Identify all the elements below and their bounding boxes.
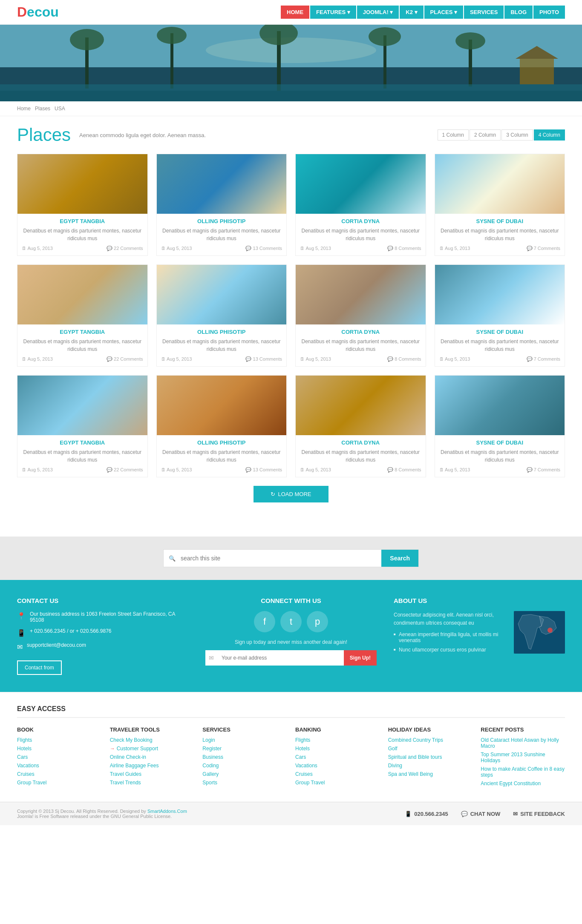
footer-phone[interactable]: 📱 020.566.2345 [405,811,448,817]
nav-photo[interactable]: PHOTO [533,6,565,19]
nav-places[interactable]: PLACES ▾ [424,6,463,19]
card-title[interactable]: CORTIA DYNA [300,329,421,335]
card-comments[interactable]: 💬 22 Comments [107,356,143,362]
nav-features[interactable]: FEATURES ▾ [310,6,356,19]
card-title[interactable]: OLLING PHISOTIP [161,439,282,446]
col-3-button[interactable]: 3 Column [501,129,533,141]
logo[interactable]: Decou [17,4,59,20]
card-comments[interactable]: 💬 8 Comments [387,356,421,362]
card-image[interactable] [435,376,565,435]
easy-access-link[interactable]: Hotels [17,746,101,752]
easy-access-link[interactable]: Ancient Egypt Constitution [481,781,565,786]
nav-blog[interactable]: BLOG [504,6,533,19]
easy-access-link[interactable]: Group Travel [295,780,380,786]
card-comments[interactable]: 💬 22 Comments [107,467,143,473]
easy-access-link[interactable]: How to make Arabic Coffee in 8 easy step… [481,766,565,778]
card-comments[interactable]: 💬 13 Comments [245,356,282,362]
card-comments[interactable]: 💬 22 Comments [107,246,143,251]
search-input[interactable] [181,551,381,566]
easy-access-link[interactable]: Airline Baggage Fees [110,763,194,769]
easy-access-link[interactable]: Login [202,737,287,743]
card-image[interactable] [17,154,147,214]
smartaddons-link[interactable]: SmartAddons.Com [147,809,187,814]
card-image[interactable] [296,154,426,214]
easy-access-link[interactable]: Travel Trends [110,780,194,786]
easy-access-link[interactable]: Spa and Well Being [388,771,473,777]
card-title[interactable]: CORTIA DYNA [300,218,421,224]
easy-access-link[interactable]: Vacations [17,763,101,769]
nav-services[interactable]: SERVICES [464,6,504,19]
easy-access-link[interactable]: Sports [202,780,287,786]
easy-access-link[interactable]: Online Check-in [110,754,194,760]
card-image[interactable] [157,265,287,324]
easy-access-link[interactable]: Hotels [295,746,380,752]
card-comments[interactable]: 💬 13 Comments [245,467,282,473]
easy-access-link[interactable]: Register [202,746,287,752]
chat-now-button[interactable]: 💬 CHAT NOW [461,811,501,817]
search-button[interactable]: Search [381,550,418,567]
twitter-icon[interactable]: t [280,611,302,632]
card-title[interactable]: OLLING PHISOTIP [161,329,282,335]
card-image[interactable] [296,265,426,324]
easy-access-link[interactable]: → Customer Support [110,746,194,752]
facebook-icon[interactable]: f [254,611,275,632]
card-title[interactable]: SYSNE OF DUBAI [439,218,561,224]
easy-access-link[interactable]: Cars [17,754,101,760]
easy-access-link[interactable]: Spiritual and Bible tours [388,754,473,760]
card-image[interactable] [157,154,287,214]
card-comments[interactable]: 💬 7 Comments [527,356,560,362]
pinterest-icon[interactable]: p [307,611,328,632]
col-1-button[interactable]: 1 Column [438,129,469,141]
site-feedback-button[interactable]: ✉ SITE FEEDBACK [513,811,565,817]
card-title[interactable]: SYSNE OF DUBAI [439,329,561,335]
easy-access-link[interactable]: Flights [17,737,101,743]
easy-access-link[interactable]: Vacations [295,763,380,769]
card-image[interactable] [435,265,565,324]
load-more-button[interactable]: ↻ LOAD MORE [254,486,328,502]
easy-access-link[interactable]: Group Travel [17,780,101,786]
col-2-button[interactable]: 2 Column [470,129,501,141]
card-comments[interactable]: 💬 8 Comments [387,246,421,251]
email-input[interactable] [217,650,344,666]
nav-joomla[interactable]: JOOMLA! ▾ [357,6,399,19]
easy-access-link[interactable]: Cars [295,754,380,760]
signup-button[interactable]: Sign Up! [344,650,377,666]
card-comments[interactable]: 💬 13 Comments [245,246,282,251]
nav-k2[interactable]: K2 ▾ [400,6,423,19]
breadcrumb-home[interactable]: Home [17,106,31,112]
col-4-button[interactable]: 4 Column [534,129,565,141]
card-image[interactable] [435,154,565,214]
easy-access-link[interactable]: Combined Country Trips [388,737,473,743]
easy-access-link[interactable]: Golf [388,746,473,752]
card-title[interactable]: EGYPT TANGBIA [22,439,143,446]
easy-access-link[interactable]: Coding [202,763,287,769]
easy-access-link[interactable]: Top Summer 2013 Sunshine Holidays [481,752,565,763]
card-title[interactable]: CORTIA DYNA [300,439,421,446]
card-comments[interactable]: 💬 7 Comments [527,467,560,473]
card-desc: Denatibus et magnis dis parturient monte… [300,338,421,353]
nav-home[interactable]: HOME [281,6,309,19]
easy-access-link[interactable]: Cruises [295,771,380,777]
card-image[interactable] [296,376,426,435]
card-title[interactable]: SYSNE OF DUBAI [439,439,561,446]
easy-access-link[interactable]: Diving [388,763,473,769]
easy-access-link[interactable]: Old Cataract Hotel Aswan by Holly Macro [481,737,565,749]
easy-access-link[interactable]: Travel Guides [110,771,194,777]
card-comments[interactable]: 💬 7 Comments [527,246,560,251]
easy-access-link[interactable]: Flights [295,737,380,743]
easy-col-title: BANKING [295,726,380,733]
contact-button[interactable]: Contact from [17,660,62,675]
card-title[interactable]: EGYPT TANGBIA [22,218,143,224]
easy-access-grid: BOOK FlightsHotelsCarsVacationsCruisesGr… [17,726,565,789]
easy-access-link[interactable]: Check My Booking [110,737,194,743]
card-image[interactable] [17,265,147,324]
card-title[interactable]: OLLING PHISOTIP [161,218,282,224]
breadcrumb-plases[interactable]: Plases [35,106,50,112]
card-image[interactable] [157,376,287,435]
easy-access-link[interactable]: Gallery [202,771,287,777]
card-comments[interactable]: 💬 8 Comments [387,467,421,473]
easy-access-link[interactable]: Business [202,754,287,760]
easy-access-link[interactable]: Cruises [17,771,101,777]
card-image[interactable] [17,376,147,435]
card-title[interactable]: EGYPT TANGBIA [22,329,143,335]
